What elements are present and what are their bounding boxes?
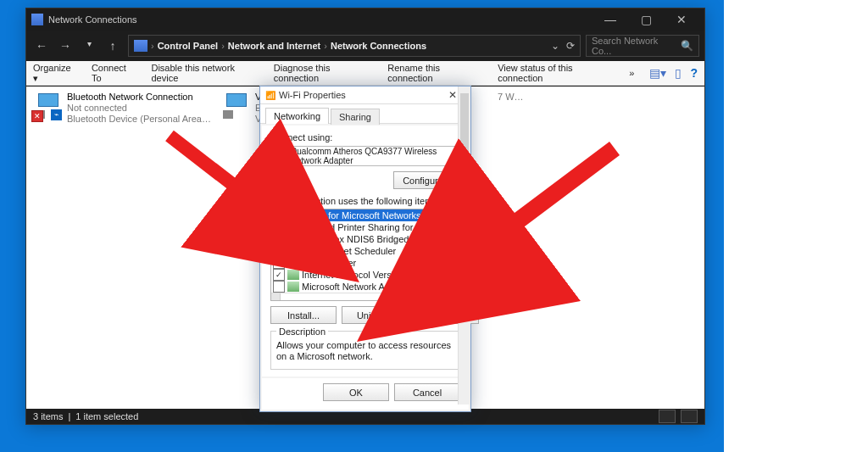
connection-items-listbox[interactable]: Client for Microsoft NetworksFile and Pr… bbox=[270, 209, 460, 301]
disable-button[interactable]: Disable this network device bbox=[151, 63, 258, 83]
preview-pane-icon[interactable]: ▯ bbox=[675, 66, 682, 80]
listbox-item[interactable]: VirtualBox NDIS6 Bridged Networking Driv… bbox=[271, 233, 459, 245]
adapter-name: Qualcomm Atheros QCA9377 Wireless Networ… bbox=[291, 147, 456, 165]
item-label: Microsoft Network Adapter Multiplexor Pr… bbox=[302, 282, 458, 292]
adapter-icon bbox=[275, 150, 286, 162]
search-placeholder: Search Network Co... bbox=[592, 36, 676, 56]
wifi-properties-dialog: 📶 Wi-Fi Properties ✕ Networking Sharing … bbox=[259, 86, 471, 412]
help-icon[interactable]: ? bbox=[690, 66, 698, 80]
install-button[interactable]: Install... bbox=[270, 306, 337, 324]
item-icon bbox=[287, 222, 299, 232]
adapter-box[interactable]: Qualcomm Atheros QCA9377 Wireless Networ… bbox=[270, 146, 460, 166]
item-icon bbox=[287, 282, 299, 292]
view-list-icon[interactable] bbox=[659, 410, 676, 423]
item-icon bbox=[287, 270, 299, 280]
viewstatus-button[interactable]: View status of this connection bbox=[498, 63, 614, 83]
item-icon bbox=[287, 210, 299, 220]
conn-detail: Bluetooth Device (Personal Area ... bbox=[67, 114, 211, 125]
window-title: Network Connections bbox=[48, 14, 137, 25]
listbox-item[interactable]: Internet Protocol Version 4 (TCP/IPv4) bbox=[271, 269, 459, 281]
toolbar-more[interactable]: » bbox=[629, 68, 634, 78]
window-icon bbox=[31, 14, 43, 25]
item-icon bbox=[287, 258, 299, 268]
wifi-icon: 📶 bbox=[265, 91, 275, 100]
cancel-button[interactable]: Cancel bbox=[394, 383, 460, 401]
refresh-icon[interactable]: ⟳ bbox=[566, 40, 575, 52]
back-button[interactable]: ← bbox=[31, 39, 52, 53]
description-label: Description bbox=[276, 326, 328, 337]
item-checkbox[interactable] bbox=[273, 221, 285, 233]
listbox-item[interactable]: Client for Microsoft Networks bbox=[271, 209, 459, 221]
breadcrumb-dropdown-icon[interactable]: ⌄ bbox=[551, 40, 559, 52]
item-icon bbox=[287, 246, 299, 256]
item-label: Bridge Driver bbox=[302, 258, 356, 268]
close-button[interactable]: ✕ bbox=[664, 8, 699, 31]
conn-detail: 7 Wir... bbox=[498, 92, 525, 103]
conn-title: Bluetooth Network Connection bbox=[67, 92, 211, 103]
breadcrumb-c[interactable]: Network Connections bbox=[331, 41, 426, 51]
search-icon: 🔍 bbox=[681, 40, 693, 52]
conn-status: Not connected bbox=[67, 103, 211, 114]
description-text: Allows your computer to access resources… bbox=[276, 340, 454, 362]
diagnose-button[interactable]: Diagnose this connection bbox=[274, 63, 373, 83]
up-button[interactable]: ↑ bbox=[103, 39, 123, 53]
ok-button[interactable]: OK bbox=[323, 383, 389, 401]
description-box: Description Allows your computer to acce… bbox=[270, 331, 460, 370]
listbox-item[interactable]: Microsoft Network Adapter Multiplexor Pr… bbox=[271, 281, 459, 293]
item-label: File and Printer Sharing for Microsoft N… bbox=[302, 222, 458, 232]
view-details-icon[interactable] bbox=[681, 410, 698, 423]
right-white-panel bbox=[724, 0, 868, 452]
item-label: Client for Microsoft Networks bbox=[302, 210, 421, 220]
connect-using-label: Connect using: bbox=[270, 132, 460, 142]
breadcrumb[interactable]: › Control Panel › Network and Internet ›… bbox=[128, 35, 581, 57]
nav-bar: ← → ▾ ↑ › Control Panel › Network and In… bbox=[26, 31, 704, 61]
listbox-item[interactable]: Bridge Driver bbox=[271, 257, 459, 269]
item-checkbox[interactable] bbox=[273, 269, 285, 281]
dialog-tabs: Networking Sharing bbox=[260, 104, 470, 124]
tab-sharing[interactable]: Sharing bbox=[331, 109, 380, 125]
listbox-horizontal-scrollbar[interactable] bbox=[271, 293, 459, 300]
breadcrumb-icon bbox=[134, 40, 147, 52]
uninstall-button[interactable]: Uninstall bbox=[342, 306, 408, 324]
breadcrumb-b[interactable]: Network and Internet bbox=[228, 41, 320, 51]
statusbar-selected: 1 item selected bbox=[75, 411, 138, 421]
item-checkbox[interactable] bbox=[273, 257, 285, 269]
breadcrumb-a[interactable]: Control Panel bbox=[158, 41, 219, 51]
items-label: This connection uses the following items… bbox=[270, 196, 460, 206]
command-toolbar: Organize ▾ Connect To Disable this netwo… bbox=[26, 61, 704, 86]
disconnected-icon: ✕ bbox=[31, 110, 43, 122]
item-checkbox[interactable] bbox=[273, 245, 285, 257]
configure-button[interactable]: Configure... bbox=[393, 171, 460, 189]
maximize-button[interactable]: ▢ bbox=[628, 8, 664, 31]
tab-networking[interactable]: Networking bbox=[265, 108, 329, 124]
dialog-title: Wi-Fi Properties bbox=[279, 90, 346, 100]
item-label: QoS Packet Scheduler bbox=[302, 246, 396, 256]
bluetooth-icon: ⌁ bbox=[51, 109, 62, 120]
minimize-button[interactable]: — bbox=[593, 8, 628, 31]
item-label: Internet Protocol Version 4 (TCP/IPv4) bbox=[302, 270, 458, 280]
rename-button[interactable]: Rename this connection bbox=[387, 63, 482, 83]
view-options-icon[interactable]: ▤▾ bbox=[649, 66, 666, 80]
listbox-item[interactable]: QoS Packet Scheduler bbox=[271, 245, 459, 257]
connectto-button[interactable]: Connect To bbox=[92, 63, 136, 83]
connection-bluetooth[interactable]: ⌁✕ Bluetooth Network Connection Not conn… bbox=[33, 92, 228, 125]
listbox-vertical-scrollbar[interactable] bbox=[458, 86, 470, 405]
window-titlebar[interactable]: Network Connections — ▢ ✕ bbox=[26, 8, 704, 31]
item-checkbox[interactable] bbox=[273, 233, 285, 245]
forward-button[interactable]: → bbox=[55, 39, 75, 53]
item-checkbox[interactable] bbox=[273, 281, 285, 293]
item-label: VirtualBox NDIS6 Bridged Networking Driv… bbox=[302, 234, 458, 244]
statusbar-items: 3 items bbox=[33, 411, 63, 421]
connection-wifi[interactable]: 7 Wir... bbox=[498, 92, 548, 103]
dialog-titlebar[interactable]: 📶 Wi-Fi Properties ✕ bbox=[260, 86, 470, 104]
organize-button[interactable]: Organize ▾ bbox=[33, 63, 76, 84]
item-checkbox[interactable] bbox=[273, 209, 285, 221]
item-icon bbox=[287, 234, 299, 244]
recent-button[interactable]: ▾ bbox=[79, 39, 99, 53]
search-input[interactable]: Search Network Co... 🔍 bbox=[586, 35, 699, 57]
desktop-background: Network Connections — ▢ ✕ ← → ▾ ↑ › Cont… bbox=[0, 0, 868, 452]
listbox-item[interactable]: File and Printer Sharing for Microsoft N… bbox=[271, 221, 459, 233]
